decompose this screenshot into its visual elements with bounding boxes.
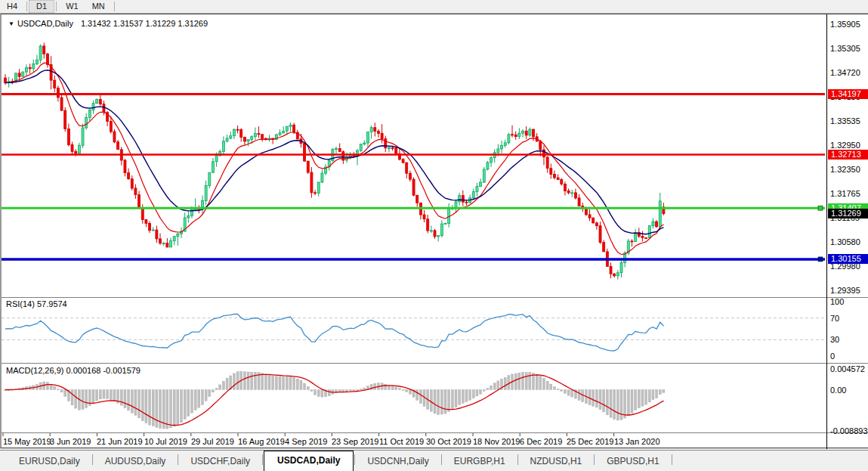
macd-signal-line	[5, 374, 663, 425]
price-tick-label: 1.32950	[830, 141, 860, 150]
rsi-line	[5, 314, 663, 351]
toolbar-separator	[114, 2, 115, 11]
current-price-label: 1.31269	[828, 209, 868, 218]
tab-gbpusd-h1[interactable]: GBPUSD,H1	[595, 452, 670, 471]
price-tick-label: 1.32350	[830, 165, 860, 174]
price-tick-label: 1.34720	[830, 68, 860, 77]
symbol-tabs-bar: EURUSD,DailyAUDUSD,DailyUSDCHF,DailyUSDC…	[0, 450, 868, 471]
level-handle[interactable]	[818, 206, 823, 210]
macd-indicator-label: MACD(12,26,9) 0.000168 -0.001579	[6, 366, 141, 375]
chart-ohlc-values: 1.31432 1.31537 1.31229 1.31269	[81, 19, 208, 28]
tab-separator	[441, 454, 442, 465]
level-handle[interactable]	[818, 257, 823, 262]
tab-separator	[92, 454, 93, 465]
date-tick-label: 18 Nov 2019	[473, 437, 520, 446]
tab-separator	[672, 454, 672, 465]
tab-usdcad-daily[interactable]: USDCAD,Daily	[264, 451, 354, 471]
tab-audusd-daily[interactable]: AUDUSD,Daily	[94, 452, 178, 471]
chart-plot-area[interactable]	[2, 14, 868, 449]
date-tick-label: 13 Jan 2020	[614, 437, 660, 446]
date-tick-label: 21 Jun 2019	[97, 437, 143, 446]
level-line-support-line-blue[interactable]	[2, 257, 825, 262]
price-tick-label: 1.35905	[830, 20, 860, 29]
timeframe-button-h4[interactable]: H4	[0, 1, 24, 12]
rsi-tick-label: 30	[830, 335, 839, 344]
ma-fast-line	[5, 63, 663, 254]
toolbar-separator	[56, 2, 57, 11]
tab-separator	[262, 454, 263, 465]
date-tick-label: 15 May 2019	[3, 437, 51, 446]
rsi-value: 57.9574	[37, 299, 67, 308]
macd-name: MACD(12,26,9)	[6, 366, 63, 375]
macd-main-value: 0.000168	[66, 366, 100, 375]
date-tick-label: 29 Jul 2019	[191, 437, 234, 446]
date-tick-label: 6 Dec 2019	[520, 437, 562, 446]
rsi-tick-label: 0	[830, 352, 835, 361]
tab-separator	[178, 454, 178, 465]
date-tick-label: 30 Oct 2019	[426, 437, 471, 446]
toolbar-separator	[26, 2, 27, 11]
macd-histogram	[5, 371, 665, 429]
tab-usdchf-daily[interactable]: USDCHF,Daily	[179, 452, 261, 471]
date-tick-label: 23 Sep 2019	[332, 437, 378, 446]
candles-layer	[5, 42, 665, 280]
price-tick-label: 1.33535	[830, 116, 860, 125]
rsi-name: RSI(14)	[6, 299, 35, 308]
price-tick-label: 1.31765	[830, 189, 860, 198]
tab-eurgbp-h1[interactable]: EURGBP,H1	[443, 452, 517, 471]
date-tick-label: 11 Oct 2019	[379, 437, 424, 446]
tab-separator	[354, 454, 355, 465]
level-line-support-line-green[interactable]	[2, 206, 825, 210]
mt4-terminal: { "toolbar": { "timeframes": [ {"label":…	[0, 0, 868, 471]
rsi-tick-label: 100	[830, 297, 844, 306]
date-tick-label: 10 Jul 2019	[144, 437, 187, 446]
timeframe-button-w1[interactable]: W1	[59, 1, 85, 12]
date-tick-label: 4 Sep 2019	[285, 437, 327, 446]
chart-window[interactable]: ▼USDCAD,Daily1.31432 1.31537 1.31229 1.3…	[0, 14, 868, 448]
tab-separator	[517, 454, 518, 465]
macd-tick-label: -0.008893	[830, 426, 868, 435]
tab-eurusd-daily[interactable]: EURUSD,Daily	[8, 452, 91, 471]
date-tick-label: 3 Jun 2019	[50, 437, 91, 446]
tab-nzdusd-h1[interactable]: NZDUSD,H1	[519, 452, 594, 471]
date-tick-label: 25 Dec 2019	[567, 437, 613, 446]
price-tick-label: 1.29395	[830, 286, 860, 295]
chart-title: ▼USDCAD,Daily1.31432 1.31537 1.31229 1.3…	[8, 19, 208, 28]
level-label-resistance-line-upper: 1.34197	[828, 89, 868, 99]
tab-usdcnh-daily[interactable]: USDCNH,Daily	[356, 452, 440, 471]
timeframe-toolbar: H4D1W1MN	[0, 0, 868, 14]
date-tick-label: 16 Aug 2019	[238, 437, 285, 446]
macd-tick-label: 0.004572	[830, 364, 865, 373]
price-tick-label: 1.35305	[830, 44, 860, 53]
level-label-support-line-blue: 1.30155	[828, 254, 868, 264]
tab-separator	[594, 454, 595, 465]
level-label-resistance-line-mid: 1.32713	[828, 150, 868, 160]
timeframe-button-d1[interactable]: D1	[29, 1, 54, 12]
chart-symbol-label: USDCAD,Daily	[17, 19, 73, 28]
chevron-down-icon[interactable]: ▼	[8, 20, 14, 27]
rsi-gridlines	[2, 318, 826, 340]
price-tick-label: 1.30580	[830, 237, 860, 246]
macd-signal-value: -0.001579	[103, 366, 141, 375]
rsi-tick-label: 70	[830, 314, 839, 323]
macd-tick-label: 0.00	[830, 386, 846, 395]
timeframe-button-mn[interactable]: MN	[85, 1, 112, 12]
rsi-indicator-label: RSI(14) 57.9574	[6, 299, 67, 308]
